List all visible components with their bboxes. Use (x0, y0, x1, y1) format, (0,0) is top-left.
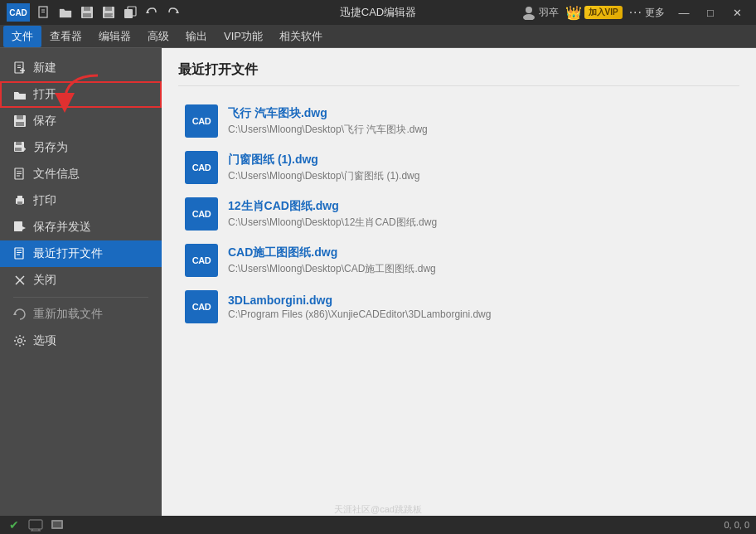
file-info-3: 12生肖CAD图纸.dwg C:\Users\Mloong\Desktop\12… (228, 199, 437, 230)
close-button[interactable]: ✕ (724, 3, 749, 22)
status-check-icon: ✔ (7, 518, 22, 532)
sidebar-label-recent: 最近打开文件 (33, 246, 103, 261)
user-profile[interactable]: 羽卒 (521, 5, 559, 20)
sidebar-item-recent[interactable]: 最近打开文件 (0, 240, 162, 267)
svg-point-15 (523, 14, 535, 20)
status-icon-3 (50, 518, 65, 532)
sidebar-item-saveas[interactable]: 另存为 (0, 134, 162, 161)
file-info-4: CAD施工图图纸.dwg C:\Users\Mloong\Desktop\CAD… (228, 245, 436, 276)
sidebar-item-options[interactable]: 选项 (0, 328, 162, 354)
file-icon-2: CAD (185, 151, 218, 184)
sidebar-item-reload[interactable]: 重新加载文件 (0, 301, 162, 328)
svg-marker-13 (176, 10, 179, 13)
svg-rect-46 (29, 520, 42, 529)
sidebar-item-fileinfo[interactable]: 文件信息 (0, 161, 162, 187)
file-info-1: 飞行 汽车图块.dwg C:\Users\Mloong\Desktop\飞行 汽… (228, 106, 428, 137)
menu-item-output[interactable]: 输出 (177, 26, 216, 47)
svg-rect-23 (16, 122, 24, 126)
svg-rect-10 (124, 9, 133, 18)
new-file-icon[interactable] (35, 3, 53, 22)
file-info-2: 门窗图纸 (1).dwg C:\Users\Mloong\Desktop\门窗图… (228, 153, 419, 183)
save-disk-icon (13, 114, 27, 128)
more-dots-icon: ··· (629, 5, 642, 20)
file-path-1: C:\Users\Mloong\Desktop\飞行 汽车图块.dwg (228, 123, 428, 137)
svg-rect-36 (14, 221, 22, 231)
content-title: 最近打开文件 (178, 61, 739, 86)
open-folder-icon[interactable] (56, 3, 75, 22)
close-file-icon (13, 274, 27, 287)
file-item-4[interactable]: CAD CAD施工图图纸.dwg C:\Users\Mloong\Desktop… (178, 237, 739, 284)
file-path-2: C:\Users\Mloong\Desktop\门窗图纸 (1).dwg (228, 169, 419, 183)
title-right-area: 羽卒 👑 加入VIP ··· 更多 (521, 5, 665, 21)
sidebar-label-fileinfo: 文件信息 (33, 167, 80, 182)
file-name-3: 12生肖CAD图纸.dwg (228, 199, 437, 214)
sidebar-item-print[interactable]: 打印 (0, 187, 162, 214)
svg-rect-35 (17, 196, 22, 199)
svg-rect-34 (17, 201, 22, 205)
file-item-5[interactable]: CAD 3DLamborgini.dwg C:\Program Files (x… (178, 284, 739, 330)
username: 羽卒 (539, 6, 559, 20)
sidebar-label-close: 关闭 (33, 273, 56, 288)
file-item-1[interactable]: CAD 飞行 汽车图块.dwg C:\Users\Mloong\Desktop\… (178, 98, 739, 144)
reload-icon (13, 308, 27, 321)
sidebar-label-savesend: 保存并发送 (33, 220, 91, 235)
copy-icon[interactable] (121, 3, 139, 22)
svg-rect-7 (105, 7, 112, 11)
menu-item-related[interactable]: 相关软件 (271, 26, 331, 47)
file-item-3[interactable]: CAD 12生肖CAD图纸.dwg C:\Users\Mloong\Deskto… (178, 191, 739, 237)
svg-rect-28 (23, 148, 25, 151)
saveas-icon[interactable]: + (99, 3, 118, 22)
svg-point-14 (526, 7, 532, 13)
svg-rect-5 (83, 13, 91, 17)
menubar: 文件 查看器 编辑器 高级 输出 VIP功能 相关软件 (0, 25, 756, 48)
savesend-icon (13, 221, 27, 234)
menu-item-viewer[interactable]: 查看器 (41, 26, 90, 47)
toolbar-icons: + (35, 3, 521, 22)
svg-marker-12 (146, 10, 149, 13)
vip-button[interactable]: 👑 加入VIP (565, 5, 623, 21)
options-gear-icon (13, 334, 27, 347)
save-icon[interactable] (78, 3, 96, 22)
fileinfo-icon (13, 167, 27, 181)
recent-icon (13, 247, 27, 260)
undo-icon[interactable] (143, 3, 161, 22)
file-icon-4: CAD (185, 244, 218, 277)
file-path-3: C:\Users\Mloong\Desktop\12生肖CAD图纸.dwg (228, 216, 437, 230)
minimize-button[interactable]: — (671, 3, 696, 22)
app-title: 迅捷CAD编辑器 (340, 5, 416, 20)
file-icon-1: CAD (185, 104, 218, 138)
menu-item-advanced[interactable]: 高级 (139, 26, 177, 47)
file-icon-3: CAD (185, 197, 218, 231)
svg-point-45 (18, 339, 22, 343)
menu-item-vip[interactable]: VIP功能 (216, 26, 271, 47)
main-area: 新建 打开 保存 (0, 48, 756, 516)
sidebar-item-close[interactable]: 关闭 (0, 267, 162, 294)
svg-marker-37 (22, 226, 26, 230)
file-name-2: 门窗图纸 (1).dwg (228, 153, 419, 167)
svg-marker-44 (13, 312, 17, 315)
app-logo: CAD (7, 3, 30, 22)
sidebar-item-savesend[interactable]: 保存并发送 (0, 214, 162, 240)
file-item-2[interactable]: CAD 门窗图纸 (1).dwg C:\Users\Mloong\Desktop… (178, 144, 739, 191)
open-folder-icon (13, 88, 27, 101)
statusbar: ✔ 0, 0, 0 (0, 516, 756, 534)
redo-icon[interactable] (164, 3, 182, 22)
file-list: CAD 飞行 汽车图块.dwg C:\Users\Mloong\Desktop\… (178, 98, 739, 330)
sidebar-divider (13, 297, 148, 298)
check-icon: ✔ (9, 518, 19, 532)
menu-item-file[interactable]: 文件 (3, 26, 41, 47)
new-doc-icon (13, 61, 27, 75)
menu-item-editor[interactable]: 编辑器 (90, 26, 139, 47)
print-icon (13, 194, 27, 207)
sidebar-label-print: 打印 (33, 193, 56, 208)
vip-label: 加入VIP (584, 6, 623, 19)
svg-rect-38 (15, 248, 23, 259)
file-icon-5: CAD (185, 290, 218, 323)
maximize-button[interactable]: □ (698, 3, 723, 22)
window-controls: — □ ✕ (671, 3, 749, 22)
file-path-4: C:\Users\Mloong\Desktop\CAD施工图图纸.dwg (228, 262, 436, 276)
more-button[interactable]: ··· 更多 (629, 5, 665, 20)
file-name-1: 飞行 汽车图块.dwg (228, 106, 428, 121)
file-name-4: CAD施工图图纸.dwg (228, 245, 436, 260)
svg-rect-22 (17, 115, 23, 119)
